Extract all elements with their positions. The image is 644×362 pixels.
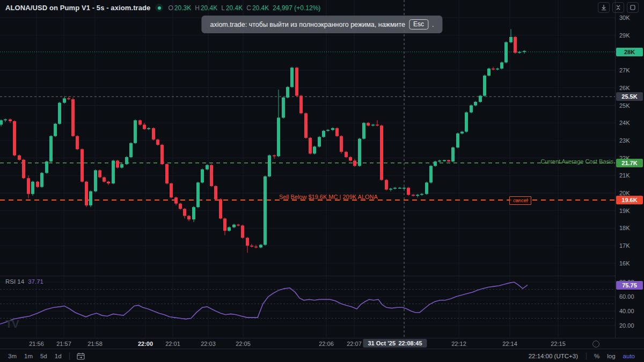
price-tick: 25K	[616, 102, 644, 109]
candle-up	[362, 123, 365, 138]
collapse-button[interactable]	[612, 2, 624, 13]
fullscreen-button[interactable]	[627, 2, 639, 13]
candle-up	[192, 207, 195, 219]
candle-down	[304, 113, 308, 138]
candle-up	[470, 106, 473, 113]
candle-up	[429, 166, 433, 182]
bottom-toolbar: 3m 1m 5d 1d 22:14:00 (UTC+3) % log auto	[0, 349, 644, 362]
go-to-date-button[interactable]	[74, 352, 88, 360]
candle-up	[487, 69, 491, 76]
time-tick: 22:06	[319, 341, 334, 347]
candle-down	[170, 183, 173, 197]
high-label: H	[195, 4, 200, 12]
candle-down	[407, 188, 410, 195]
candle-down	[27, 178, 30, 194]
candle-up	[425, 182, 428, 194]
toolbar-clock[interactable]: 22:14:00 (UTC+3)	[524, 353, 582, 359]
range-button-5d[interactable]: 5d	[36, 353, 51, 359]
cancel-order-button[interactable]: cancel	[509, 196, 531, 205]
price-tick: 24K	[616, 120, 644, 126]
candle-up	[416, 195, 419, 196]
candle-up	[286, 87, 289, 98]
time-tick: 22:01	[165, 341, 180, 347]
candle-up	[483, 76, 486, 96]
calendar-icon	[77, 352, 85, 360]
candle-down	[295, 68, 298, 95]
time-tick: 22:07	[347, 341, 362, 347]
price-tick: 18K	[616, 225, 644, 231]
time-tick: 22:03	[201, 341, 216, 347]
candle-down	[116, 161, 119, 168]
price-tick: 30K	[616, 14, 644, 21]
range-button-1d[interactable]: 1d	[51, 353, 65, 359]
candle-down	[492, 69, 495, 70]
candle-up	[451, 147, 455, 161]
candle-up	[518, 52, 521, 53]
download-button[interactable]	[598, 2, 610, 13]
time-tick: 22:05	[236, 341, 251, 347]
candle-up	[523, 51, 526, 52]
candle-down	[165, 164, 169, 183]
candle-up	[393, 188, 397, 189]
candle-down	[223, 218, 226, 231]
candle-up	[496, 69, 499, 70]
esc-keycap: Esc	[409, 19, 428, 29]
candle-down	[367, 123, 370, 125]
candle-down	[335, 128, 339, 136]
candle-up	[49, 136, 53, 161]
data-status-icon[interactable]	[155, 4, 163, 12]
candle-up	[322, 131, 325, 137]
candle-up	[389, 189, 392, 190]
rsi-name: RSI 14	[5, 278, 24, 285]
symbol-legend: ALONA/USD on Pump V1 - 5s - axiom.trade …	[5, 4, 320, 12]
sell-order-label[interactable]: Sell Below $19.6K MC | 209K ALONA	[279, 194, 378, 200]
price-tick: 16K	[616, 260, 644, 267]
open-value: 20.3K	[174, 4, 191, 12]
candle-down	[67, 98, 70, 99]
tradingview-logo[interactable]: TV	[5, 317, 19, 330]
candle-down	[85, 182, 88, 205]
candle-up	[89, 191, 92, 205]
auto-scale-button[interactable]: auto	[619, 353, 639, 359]
candle-up	[120, 164, 123, 168]
candle-up	[290, 68, 294, 87]
time-axis[interactable]: 21:5621:5721:5822:0022:0122:0322:0522:06…	[0, 338, 644, 349]
candle-up	[420, 194, 423, 195]
candle-up	[63, 98, 66, 102]
fullscreen-toast: axiom.trade: чтобы выйти из полноэкранно…	[201, 16, 442, 33]
candle-up	[268, 156, 271, 176]
rsi-tick: 40.00	[616, 308, 644, 314]
candle-down	[18, 156, 21, 160]
low-value: 20.4K	[226, 4, 243, 12]
log-scale-button[interactable]: log	[603, 353, 619, 359]
candle-down	[380, 125, 383, 180]
rsi-tick: 60.00	[616, 293, 644, 300]
candle-up	[398, 188, 401, 189]
candle-down	[103, 178, 106, 182]
candle-up	[474, 102, 477, 106]
candle-up	[259, 245, 262, 247]
chart-canvas[interactable]	[0, 0, 616, 338]
candle-down	[174, 197, 178, 203]
fullscreen-icon	[630, 5, 635, 10]
candle-down	[179, 204, 182, 209]
timezone-clock-icon[interactable]	[592, 341, 599, 348]
candle-down	[299, 96, 303, 114]
candle-up	[509, 37, 513, 42]
rsi-badge: 75.75	[616, 281, 643, 290]
symbol-title: ALONA/USD on Pump V1 - 5s - axiom.trade	[5, 4, 150, 12]
candle-down	[152, 128, 155, 139]
candle-up	[326, 130, 330, 131]
candle-down	[273, 156, 276, 157]
time-tick: 22:15	[551, 341, 566, 347]
rsi-pane-separator[interactable]	[0, 276, 644, 276]
percent-scale-button[interactable]: %	[590, 353, 603, 359]
range-button-3m[interactable]: 3m	[4, 353, 20, 359]
range-button-1m[interactable]: 1m	[20, 353, 36, 359]
candle-up	[206, 165, 209, 169]
candle-up	[479, 96, 482, 102]
candle-down	[349, 157, 352, 161]
price-axis[interactable]: 30K29K27K26K25K24K23K22K21K20K19K18K17K1…	[615, 0, 644, 338]
candle-down	[250, 246, 253, 247]
price-badge-crosshair-price: 25.5K	[616, 92, 643, 101]
